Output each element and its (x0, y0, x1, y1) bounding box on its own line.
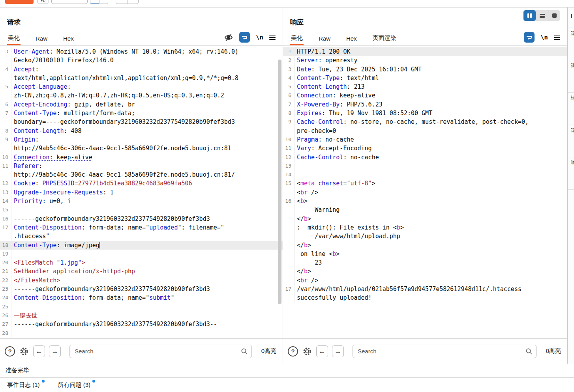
request-scrollbar[interactable] (278, 60, 281, 304)
code-row[interactable]: 17/var/www/html/upload/021ab56f57e9d9457… (283, 285, 567, 293)
code-row[interactable]: 23------geckoformboundary3219603232d2377… (0, 285, 283, 293)
code-row[interactable]: 11Referer: (0, 162, 283, 170)
code-row[interactable]: http://9ab5c46c-306c-4aac-9cc1-585a6690f… (0, 144, 283, 153)
code-row[interactable]: 25 (0, 302, 283, 311)
response-editor[interactable]: 1HTTP/1.1 200 OK2Server: openresty3Date:… (283, 46, 567, 338)
help-icon[interactable]: ? (5, 346, 15, 357)
help-icon[interactable]: ? (288, 346, 298, 357)
find-next-button[interactable]: → (49, 345, 61, 357)
layout-rows-button[interactable] (536, 10, 548, 21)
show-newlines-toggle[interactable]: \n (256, 34, 263, 41)
tab-response-render[interactable]: 页面渲染 (372, 34, 397, 45)
code-row[interactable]: pre-check=0 (283, 127, 567, 135)
code-row[interactable]: 27------geckoformboundary3219603232d2377… (0, 320, 283, 329)
code-row[interactable]: 2Server: openresty (283, 56, 567, 65)
code-row[interactable]: 3Date: Tue, 23 Dec 2025 16:01:04 GMT (283, 65, 567, 74)
tab-all-issues[interactable]: 所有问题 (3) (58, 381, 91, 389)
toolbar-stepper-2[interactable] (116, 0, 139, 4)
code-row[interactable]: Gecko/20100101 Firefox/146.0 (0, 56, 283, 65)
code-row[interactable]: 5Content-Length: 213 (283, 82, 567, 91)
show-newlines-toggle[interactable]: \n (540, 34, 548, 41)
code-row[interactable]: </b> (283, 241, 567, 250)
code-row[interactable]: 22</FilesMatch> (0, 276, 283, 285)
inspector-row[interactable]: 响 (568, 157, 574, 190)
code-row[interactable]: 7X-Powered-By: PHP/5.6.23 (283, 100, 567, 109)
tab-request-hex[interactable]: Hex (62, 35, 75, 45)
code-row[interactable]: 14 (283, 170, 567, 179)
request-settings-gear-button[interactable] (37, 0, 49, 4)
inspector-row[interactable]: I (568, 7, 574, 28)
tab-event-log[interactable]: 事件日志 (1) (7, 381, 40, 389)
word-wrap-toggle[interactable] (239, 32, 250, 43)
code-row[interactable]: http://9ab5c46c-306c-4aac-9cc1-585a6690f… (0, 170, 283, 179)
inspector-row[interactable]: 请 (568, 60, 574, 93)
tab-request-pretty[interactable]: 美化 (7, 34, 21, 45)
find-previous-button[interactable]: ← (316, 345, 328, 357)
search-settings-gear-icon[interactable] (302, 346, 312, 357)
code-row[interactable]: boundary=----geckoformboundary3219603232… (0, 118, 283, 126)
response-search-input[interactable] (353, 345, 536, 358)
code-row[interactable]: 8Expires: Thu, 19 Nov 1981 08:52:00 GMT (283, 109, 567, 118)
code-row[interactable]: 9Origin: (0, 135, 283, 144)
code-row[interactable]: 4Content-Type: text/html (283, 74, 567, 82)
inspector-row[interactable]: 请 (568, 93, 574, 125)
code-row[interactable]: .htaccess" (0, 232, 283, 241)
code-row[interactable]: 6Connection: keep-alive (283, 91, 567, 100)
code-row[interactable]: 15<meta charset="utf-8"> (283, 179, 567, 188)
code-row[interactable]: 9Cache-Control: no-store, no-cache, must… (283, 118, 567, 126)
code-row[interactable]: : mkdir(): File exists in <b> (283, 223, 567, 232)
response-menu-icon[interactable] (554, 35, 560, 40)
code-row[interactable]: 15 (0, 205, 283, 214)
target-input[interactable] (51, 0, 88, 4)
word-wrap-toggle[interactable] (524, 32, 535, 43)
code-row[interactable]: 18Content-Type: image/jpeg (0, 241, 283, 250)
code-row[interactable]: 12Cookie: PHPSESSID=279771b4d51ea38829c4… (0, 179, 283, 188)
code-row[interactable]: <br /> (283, 276, 567, 285)
tab-response-hex[interactable]: Hex (345, 35, 358, 45)
code-row[interactable]: 4Accept: (0, 65, 283, 74)
request-search-input[interactable] (69, 345, 252, 358)
tab-request-raw[interactable]: Raw (35, 35, 48, 45)
code-row[interactable]: 16<b> (283, 197, 567, 205)
code-row[interactable]: </b> (283, 215, 567, 223)
tab-response-raw[interactable]: Raw (318, 35, 331, 45)
code-row[interactable]: 28 (0, 329, 283, 338)
code-row[interactable]: zh-CN,zh;q=0.8,zh-TW;q=0.7,zh-HK;q=0.5,e… (0, 91, 283, 100)
find-previous-button[interactable]: ← (33, 345, 45, 357)
hide-eye-icon[interactable] (224, 33, 233, 42)
toolbar-stepper-1[interactable] (90, 0, 108, 4)
code-row[interactable]: 7Content-Type: multipart/form-data; (0, 109, 283, 118)
code-row[interactable]: 23 (283, 258, 567, 267)
code-row[interactable]: on line <b> (283, 250, 567, 258)
code-row[interactable]: 19 (0, 250, 283, 258)
code-row[interactable]: 14Priority: u=0, i (0, 197, 283, 205)
code-row[interactable]: 11Vary: Accept-Encoding (283, 144, 567, 153)
code-row[interactable]: 1HTTP/1.1 200 OK (283, 47, 567, 56)
layout-columns-button[interactable] (523, 10, 536, 21)
inspector-row[interactable]: 请 (568, 28, 574, 60)
find-next-button[interactable]: → (332, 345, 344, 357)
code-row[interactable]: /var/www/html/upload.php (283, 232, 567, 241)
code-row[interactable]: succesfully uploaded! (283, 293, 567, 302)
code-row[interactable]: 3User-Agent: Mozilla/5.0 (Windows NT 10.… (0, 47, 283, 56)
inspector-row[interactable]: 请 (568, 125, 574, 157)
code-row[interactable]: 10Connection: keep-alive (0, 153, 283, 162)
code-row[interactable]: 5Accept-Language: (0, 82, 283, 91)
code-row[interactable]: 8Content-Length: 408 (0, 127, 283, 135)
code-row[interactable]: 13Upgrade-Insecure-Requests: 1 (0, 188, 283, 197)
code-row[interactable]: 16------geckoformboundary3219603232d2377… (0, 215, 283, 223)
code-row[interactable]: </b> (283, 267, 567, 276)
code-row[interactable]: 10Pragma: no-cache (283, 135, 567, 144)
request-menu-icon[interactable] (269, 35, 276, 40)
request-editor[interactable]: 3User-Agent: Mozilla/5.0 (Windows NT 10.… (0, 46, 283, 338)
code-row[interactable]: 6Accept-Encoding: gzip, deflate, br (0, 100, 283, 109)
search-settings-gear-icon[interactable] (19, 346, 29, 357)
code-row[interactable]: 26一键去世 (0, 311, 283, 320)
send-button[interactable] (5, 0, 34, 4)
code-row[interactable]: <br /> (283, 188, 567, 197)
layout-tabs-button[interactable] (548, 10, 560, 21)
code-row[interactable]: 17Content-Disposition: form-data; name="… (0, 223, 283, 232)
code-row[interactable]: 12Cache-Control: no-cache (283, 153, 567, 162)
code-row[interactable]: text/html,application/xhtml+xml,applicat… (0, 74, 283, 82)
code-row[interactable]: 20<FilesMatch "1.jpg"> (0, 258, 283, 267)
